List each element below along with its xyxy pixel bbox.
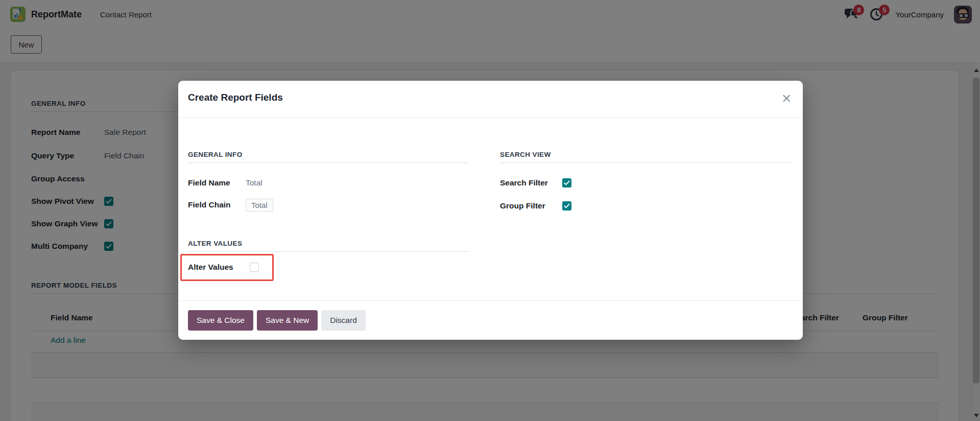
search-filter-checkbox[interactable] bbox=[562, 178, 571, 188]
modal-alter-values-row: Alter Values bbox=[188, 262, 259, 273]
modal-footer-divider bbox=[178, 300, 803, 301]
modal-field-name-value[interactable]: Total bbox=[246, 178, 262, 188]
modal-field-name-row: Field Name Total bbox=[188, 177, 262, 189]
modal-section-alter-values: ALTER VALUES bbox=[188, 240, 469, 252]
modal-search-filter-row: Search Filter bbox=[500, 177, 571, 189]
modal-section-search-view: SEARCH VIEW bbox=[500, 151, 792, 163]
modal-header: Create Report Fields × bbox=[178, 81, 803, 118]
modal-title: Create Report Fields bbox=[188, 92, 283, 103]
group-filter-checkbox[interactable] bbox=[562, 201, 571, 211]
field-chain-tag[interactable]: Total bbox=[246, 199, 273, 212]
save-and-new-button[interactable]: Save & New bbox=[257, 310, 318, 331]
screen: ReportMate Contact Report 8 bbox=[0, 0, 980, 421]
modal-group-filter-row: Group Filter bbox=[500, 200, 571, 212]
modal-footer-buttons: Save & Close Save & New Discard bbox=[188, 310, 366, 331]
modal-field-chain-row: Field Chain Total bbox=[188, 199, 273, 211]
modal-section-general-info: GENERAL INFO bbox=[188, 151, 469, 163]
create-report-fields-modal: Create Report Fields × GENERAL INFO Fiel… bbox=[178, 81, 803, 340]
alter-values-checkbox[interactable] bbox=[250, 263, 259, 272]
discard-button[interactable]: Discard bbox=[321, 310, 366, 331]
save-and-close-button[interactable]: Save & Close bbox=[188, 310, 253, 331]
close-icon[interactable]: × bbox=[776, 87, 797, 109]
